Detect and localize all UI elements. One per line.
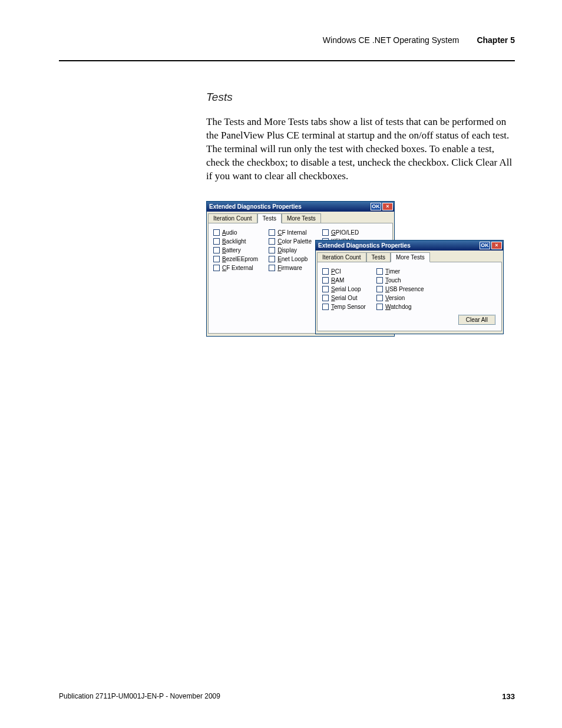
checkbox-row: Battery	[213, 247, 258, 253]
checkbox-row: Serial Loop	[322, 286, 366, 292]
checkbox-label: GPIO/LED	[331, 229, 359, 236]
checkbox-row: RAM	[322, 277, 366, 284]
checkbox-row: BezelEEprom	[213, 256, 258, 262]
checkbox-row: CF External	[213, 265, 258, 271]
header-rule	[59, 60, 515, 61]
header-chapter: Chapter 5	[477, 35, 515, 45]
checkbox-label: PCI	[331, 268, 341, 275]
more-tests-panel: PCIRAMSerial LoopSerial OutTemp Sensor T…	[317, 262, 502, 331]
checkbox[interactable]	[269, 229, 275, 236]
checkbox[interactable]	[322, 286, 329, 292]
checkbox-label: CF Internal	[277, 229, 306, 236]
checkbox[interactable]	[376, 286, 383, 292]
checkbox[interactable]	[213, 265, 220, 271]
titlebar: Extended Diagnostics Properties OK ×	[316, 241, 503, 251]
ok-button[interactable]: OK	[371, 203, 381, 210]
checkbox-row: GPIO/LED	[322, 229, 359, 236]
checkbox-label: CF External	[222, 265, 253, 271]
checkbox-row: Backlight	[213, 238, 258, 245]
checkbox[interactable]	[213, 238, 220, 245]
checkbox-row: Serial Out	[322, 295, 366, 301]
clear-all-button[interactable]: Clear All	[458, 315, 495, 325]
close-button[interactable]: ×	[382, 203, 393, 210]
checkbox-row: Watchdog	[376, 304, 424, 310]
checkbox[interactable]	[376, 304, 383, 310]
checkbox[interactable]	[269, 238, 275, 245]
checkbox-label: BezelEEprom	[222, 256, 258, 262]
checkbox-label: Version	[385, 295, 405, 301]
checkbox-label: Timer	[385, 268, 400, 275]
checkbox[interactable]	[213, 229, 220, 236]
dialog-title: Extended Diagnostics Properties	[318, 242, 478, 249]
tab-tests[interactable]: Tests	[257, 213, 282, 223]
checkbox-label: Enet Loopb	[277, 256, 308, 262]
checkbox-row: Firmware	[269, 265, 312, 271]
checkbox[interactable]	[376, 277, 383, 284]
checkbox[interactable]	[376, 295, 383, 301]
checkbox-row: Display	[269, 247, 312, 253]
checkbox-row: Version	[376, 295, 424, 301]
close-button[interactable]: ×	[491, 242, 502, 249]
tab-more-tests[interactable]: More Tests	[391, 252, 430, 262]
section-heading: Tests	[206, 91, 513, 104]
checkbox[interactable]	[322, 229, 329, 236]
checkbox[interactable]	[322, 277, 329, 284]
dialog-title: Extended Diagnostics Properties	[209, 203, 369, 210]
checkbox[interactable]	[269, 247, 275, 253]
checkbox[interactable]	[376, 268, 383, 275]
checkbox-row: Timer	[376, 268, 424, 275]
checkbox-row: Color Palette	[269, 238, 312, 245]
checkbox-row: Audio	[213, 229, 258, 236]
checkbox-row: CF Internal	[269, 229, 312, 236]
checkbox-row: Touch	[376, 277, 424, 284]
checkbox[interactable]	[213, 247, 220, 253]
checkbox-label: Audio	[222, 229, 237, 236]
checkbox[interactable]	[322, 304, 329, 310]
checkbox-row: Enet Loopb	[269, 256, 312, 262]
body-paragraph: The Tests and More Tests tabs show a lis…	[206, 116, 513, 183]
checkbox-row: Temp Sensor	[322, 304, 366, 310]
titlebar: Extended Diagnostics Properties OK ×	[207, 202, 394, 212]
tab-tests[interactable]: Tests	[366, 252, 391, 262]
checkbox-label: Temp Sensor	[331, 304, 366, 310]
publication-line: Publication 2711P-UM001J-EN-P - November…	[59, 692, 220, 701]
checkbox[interactable]	[322, 268, 329, 275]
checkbox-label: USB Presence	[385, 286, 424, 292]
checkbox-label: Battery	[222, 247, 241, 253]
checkbox-label: Color Palette	[277, 238, 312, 245]
checkbox-label: Backlight	[222, 238, 246, 245]
checkbox-row: USB Presence	[376, 286, 424, 292]
checkbox[interactable]	[213, 256, 220, 262]
checkbox-label: Serial Loop	[331, 286, 361, 292]
checkbox-label: Firmware	[277, 265, 302, 271]
checkbox-label: Watchdog	[385, 304, 412, 310]
ok-button[interactable]: OK	[480, 242, 490, 249]
checkbox-row: PCI	[322, 268, 366, 275]
checkbox-label: RAM	[331, 277, 344, 284]
tab-more-tests[interactable]: More Tests	[282, 213, 321, 223]
dialog-more-tests: Extended Diagnostics Properties OK × Ite…	[315, 240, 504, 334]
header-system: Windows CE .NET Operating System	[323, 35, 459, 45]
tab-iteration-count[interactable]: Iteration Count	[317, 252, 366, 262]
checkbox[interactable]	[269, 265, 275, 271]
checkbox-label: Touch	[385, 277, 401, 284]
checkbox-label: Display	[277, 247, 297, 253]
checkbox[interactable]	[269, 256, 275, 262]
figure: Extended Diagnostics Properties OK × Ite…	[206, 201, 513, 342]
page-number: 133	[502, 692, 515, 701]
checkbox[interactable]	[322, 295, 329, 301]
tab-iteration-count[interactable]: Iteration Count	[208, 213, 257, 223]
checkbox-label: Serial Out	[331, 295, 357, 301]
